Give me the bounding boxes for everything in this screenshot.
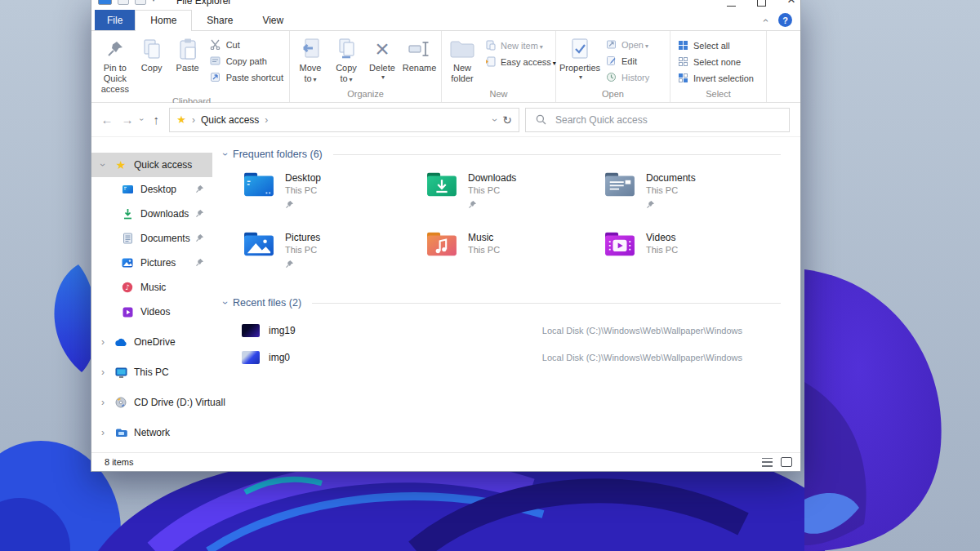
sidebar-item-this-pc[interactable]: › This PC <box>91 360 216 384</box>
pin-icon <box>646 198 696 212</box>
up-button[interactable]: ↑ <box>149 113 163 127</box>
delete-button[interactable]: × Delete ▾ <box>364 34 400 82</box>
large-icons-view-icon[interactable] <box>781 457 792 467</box>
qat-new-folder-button[interactable] <box>135 0 146 5</box>
paste-shortcut-button[interactable]: Paste shortcut <box>209 71 283 83</box>
open-label: Open▾ <box>621 40 648 50</box>
frequent-folders-header[interactable]: › Frequent folders (6) <box>224 149 781 160</box>
easy-access-button[interactable]: Easy access▾ <box>483 56 556 68</box>
sidebar-item-onedrive[interactable]: › OneDrive <box>91 330 216 354</box>
pin-icon <box>195 258 204 269</box>
file-path: Local Disk (C:)\Windows\Web\Wallpaper\Wi… <box>542 326 742 335</box>
recent-files-header[interactable]: › Recent files (2) <box>224 297 781 309</box>
qat-properties-button[interactable] <box>118 0 129 5</box>
chevron-right-icon[interactable]: › <box>98 336 108 348</box>
pin-to-quick-access-button[interactable]: Pin to Quick access <box>96 34 134 96</box>
forward-button[interactable]: → <box>120 113 135 127</box>
move-to-button[interactable]: Move to▾ <box>292 34 328 85</box>
folder-tile-music[interactable]: Music This PC <box>425 230 603 278</box>
recent-files-title: Recent files (2) <box>233 297 301 309</box>
edit-button[interactable]: Edit <box>604 55 649 67</box>
cut-button[interactable]: Cut <box>209 38 283 51</box>
sidebar-item-downloads[interactable]: Downloads <box>91 202 216 226</box>
pin-icon <box>468 198 516 212</box>
search-box[interactable] <box>525 108 790 132</box>
minimize-ribbon-icon[interactable]: › <box>761 18 769 21</box>
pin-icon <box>195 233 204 245</box>
address-dropdown-icon[interactable]: › <box>489 118 501 122</box>
back-button[interactable]: ← <box>100 113 114 127</box>
breadcrumb[interactable]: Quick access <box>201 114 259 126</box>
sidebar-item-music[interactable]: ♪ Music <box>91 275 216 300</box>
ribbon-group-open: Properties ▾ Open▾ Edit <box>556 31 670 102</box>
new-item-button[interactable]: New item▾ <box>483 39 556 51</box>
explorer-app-icon <box>98 0 112 5</box>
tile-name: Pictures <box>285 230 320 243</box>
invert-selection-button[interactable]: Invert selection <box>676 72 754 84</box>
folder-tile-downloads[interactable]: Downloads This PC <box>425 171 603 218</box>
minimize-button[interactable] <box>727 0 736 7</box>
close-button[interactable]: × <box>787 0 795 7</box>
folder-tile-desktop[interactable]: Desktop This PC <box>242 171 425 218</box>
open-button[interactable]: Open▾ <box>604 38 649 51</box>
tab-home[interactable]: Home <box>135 10 192 31</box>
delete-caret-icon: ▾ <box>381 73 385 81</box>
chevron-down-icon[interactable]: › <box>97 160 109 170</box>
details-view-icon[interactable] <box>762 458 773 467</box>
copy-to-button[interactable]: Copy to▾ <box>328 34 364 85</box>
downloads-icon <box>121 207 134 220</box>
onedrive-icon <box>114 335 127 349</box>
file-row-img19[interactable]: img19 Local Disk (C:)\Windows\Web\Wallpa… <box>242 317 781 344</box>
properties-button[interactable]: Properties ▾ <box>559 34 601 82</box>
help-button[interactable]: ? <box>778 13 792 27</box>
breadcrumb-chevron-icon[interactable]: › <box>192 114 195 126</box>
rename-button[interactable]: Rename <box>400 34 439 74</box>
ribbon-group-select: Select all Select none Invert selection <box>670 31 767 102</box>
sidebar-item-pictures[interactable]: Pictures <box>91 251 216 275</box>
search-input[interactable] <box>554 113 781 127</box>
select-none-label: Select none <box>693 57 741 67</box>
svg-text:♪: ♪ <box>125 283 130 291</box>
tab-share[interactable]: Share <box>192 10 247 30</box>
new-folder-button[interactable]: New folder <box>444 34 480 85</box>
recent-files-list: img19 Local Disk (C:)\Windows\Web\Wallpa… <box>224 309 781 371</box>
copy-path-button[interactable]: Copy path <box>209 55 283 67</box>
sidebar-item-quick-access[interactable]: › ★ Quick access <box>91 153 212 177</box>
history-button[interactable]: History <box>604 71 649 83</box>
address-bar[interactable]: ★ › Quick access › › ↻ <box>169 108 519 132</box>
status-bar: 8 items <box>91 452 800 471</box>
tab-view[interactable]: View <box>247 10 298 30</box>
select-none-button[interactable]: Select none <box>676 56 754 68</box>
folder-tile-documents[interactable]: Documents This PC <box>603 171 781 218</box>
folder-tile-pictures[interactable]: Pictures This PC <box>242 230 425 278</box>
sidebar-item-label: Videos <box>140 306 170 318</box>
collapse-section-icon[interactable]: › <box>220 301 231 304</box>
tab-file[interactable]: File <box>95 10 135 30</box>
recent-locations-caret-icon[interactable]: › <box>137 118 146 121</box>
history-icon <box>604 71 617 84</box>
history-label: History <box>621 73 649 82</box>
sidebar-item-cd-drive[interactable]: › CD Drive (D:) Virtuall <box>91 390 216 415</box>
this-pc-icon <box>114 366 127 379</box>
qat-customize-caret-icon[interactable]: ▾ <box>152 0 155 3</box>
collapse-section-icon[interactable]: › <box>220 153 231 156</box>
ribbon-group-clipboard: Pin to Quick access Copy Paste <box>94 31 290 102</box>
sidebar-item-documents[interactable]: Documents <box>91 226 216 251</box>
folder-tile-videos[interactable]: Videos This PC <box>603 230 781 278</box>
refresh-icon[interactable]: ↻ <box>502 113 512 127</box>
copy-button[interactable]: Copy <box>134 34 170 74</box>
sidebar-item-videos[interactable]: Videos <box>91 300 216 324</box>
pin-icon <box>105 35 125 63</box>
select-all-button[interactable]: Select all <box>676 39 754 51</box>
chevron-right-icon[interactable]: › <box>98 397 108 408</box>
chevron-right-icon[interactable]: › <box>98 427 108 438</box>
maximize-button[interactable] <box>757 0 766 7</box>
chevron-right-icon[interactable]: › <box>98 367 108 378</box>
breadcrumb-chevron-icon[interactable]: › <box>265 114 268 126</box>
sidebar-item-network[interactable]: › Network <box>91 420 216 445</box>
tile-name: Music <box>468 230 500 243</box>
paste-button[interactable]: Paste <box>170 34 206 74</box>
file-row-img0[interactable]: img0 Local Disk (C:)\Windows\Web\Wallpap… <box>242 344 781 371</box>
sidebar-item-label: Documents <box>140 233 190 244</box>
sidebar-item-desktop[interactable]: Desktop <box>91 177 216 202</box>
